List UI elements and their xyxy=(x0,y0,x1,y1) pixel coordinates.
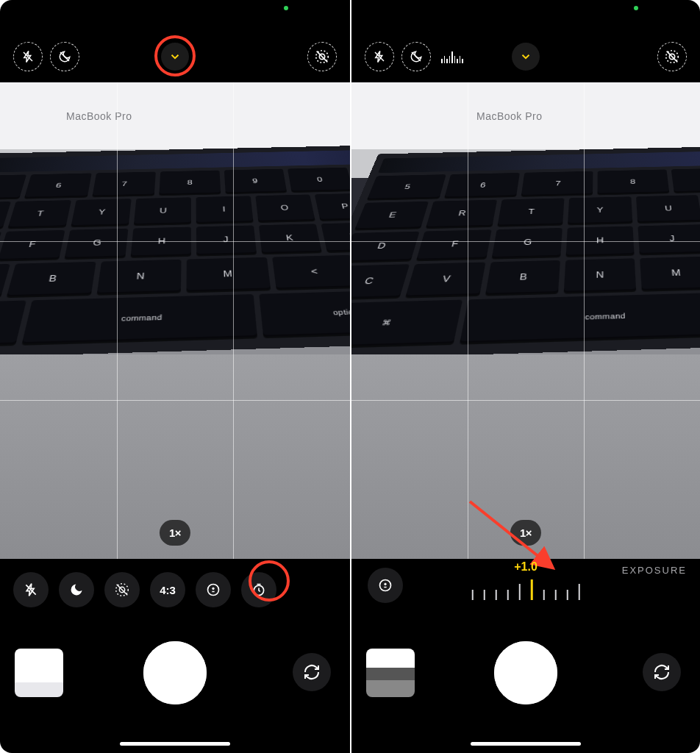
top-toolbar xyxy=(351,31,700,82)
camera-viewfinder[interactable]: MacBook Pro 567890-= RTYUIOP{} DFGHJKL:"… xyxy=(0,82,350,559)
last-photo-thumbnail[interactable] xyxy=(366,649,415,697)
flash-off-icon[interactable] xyxy=(365,42,394,71)
flash-off-icon[interactable] xyxy=(13,42,43,71)
grid-line xyxy=(117,82,118,559)
zoom-level-chip[interactable]: 1× xyxy=(160,520,190,546)
keyboard-rendering: 567890-= RTYUIOP{} DFGHJKL:" VBNM<>? ⌘co… xyxy=(0,143,350,360)
grid-line xyxy=(0,400,350,401)
timer-button[interactable] xyxy=(241,572,276,607)
exposure-control-row: +1.0 EXPOSURE xyxy=(351,560,700,612)
camera-screen-left: MacBook Pro 567890-= RTYUIOP{} DFGHJKL:"… xyxy=(0,0,350,753)
exposure-button[interactable] xyxy=(196,572,231,607)
exposure-value: +1.0 xyxy=(514,560,538,574)
live-photo-off-icon[interactable] xyxy=(307,42,337,71)
top-toolbar xyxy=(0,31,350,82)
zoom-level-chip[interactable]: 1× xyxy=(510,520,541,546)
shutter-button[interactable] xyxy=(143,641,207,704)
shutter-button[interactable] xyxy=(494,641,557,704)
exposure-button[interactable] xyxy=(368,568,403,603)
grid-line xyxy=(468,82,468,559)
camera-screen-right: MacBook Pro 567890- ERTYUIOP DFGHJKL: CV… xyxy=(350,0,700,753)
camera-options-row: 4:3 xyxy=(0,568,350,612)
grid-line xyxy=(584,82,585,559)
options-chevron-button[interactable] xyxy=(161,43,189,71)
macbook-label: MacBook Pro xyxy=(66,110,132,122)
grid-line xyxy=(351,241,700,242)
camera-active-indicator xyxy=(284,6,288,10)
options-chevron-button[interactable] xyxy=(512,43,540,71)
exposure-slider[interactable] xyxy=(472,579,580,600)
macbook-label: MacBook Pro xyxy=(476,110,543,122)
camera-switch-button[interactable] xyxy=(293,653,331,691)
live-photo-off-icon[interactable] xyxy=(657,42,687,71)
bottom-controls xyxy=(0,612,350,753)
keyboard-rendering: 567890- ERTYUIOP DFGHJKL: CVBNM<>? ⌘comm… xyxy=(351,143,700,360)
live-option-button[interactable] xyxy=(104,572,140,607)
night-option-button[interactable] xyxy=(59,572,94,607)
home-indicator[interactable] xyxy=(120,742,230,746)
home-indicator[interactable] xyxy=(471,742,581,746)
aspect-ratio-button[interactable]: 4:3 xyxy=(150,572,185,607)
night-mode-icon[interactable] xyxy=(401,42,431,71)
night-mode-icon[interactable] xyxy=(50,42,79,71)
last-photo-thumbnail[interactable] xyxy=(15,649,63,697)
exposure-label: EXPOSURE xyxy=(622,565,687,576)
flash-option-button[interactable] xyxy=(13,572,49,607)
camera-viewfinder[interactable]: MacBook Pro 567890- ERTYUIOP DFGHJKL: CV… xyxy=(351,82,700,559)
bottom-controls xyxy=(351,612,700,753)
camera-switch-button[interactable] xyxy=(643,653,681,691)
grid-line xyxy=(0,241,350,242)
exposure-indicator-icon xyxy=(438,50,463,63)
grid-line xyxy=(351,400,700,401)
camera-active-indicator xyxy=(634,6,638,10)
grid-line xyxy=(233,82,234,559)
